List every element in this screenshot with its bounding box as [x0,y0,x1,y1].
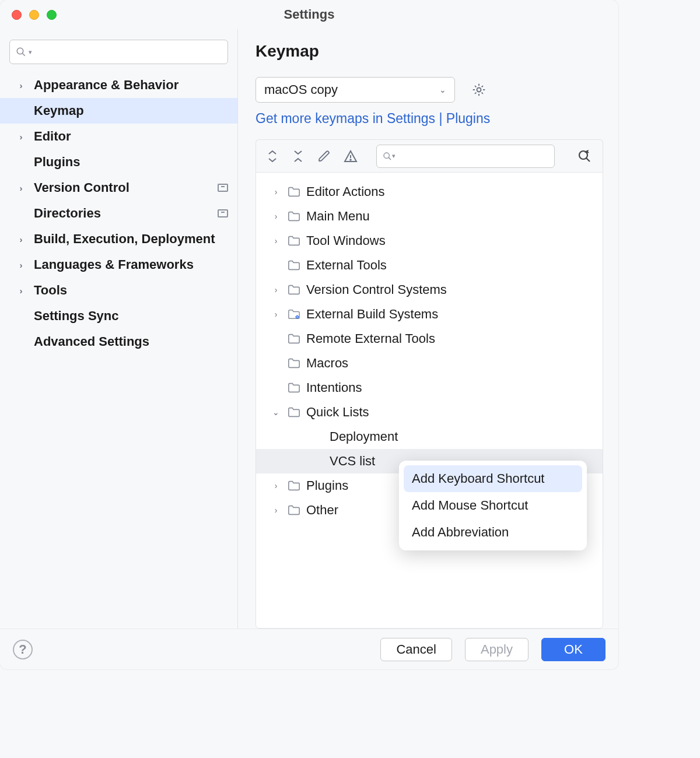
gear-icon[interactable] [471,82,487,97]
context-menu-item-add-abbreviation[interactable]: Add Abbreviation [404,519,582,546]
tree-item-version-control-systems[interactable]: ›Version Control Systems [256,278,603,302]
folder-icon [288,235,300,247]
tree-item-quick-lists[interactable]: ⌄Quick Lists [256,400,603,424]
tree-item-deployment[interactable]: Deployment [256,424,603,449]
chevron-right-icon: › [14,183,28,193]
tree-item-remote-external-tools[interactable]: Remote External Tools [256,327,603,351]
svg-point-2 [477,88,481,92]
tree-item-label: Plugins [306,478,348,493]
tree-item-external-build-systems[interactable]: ›External Build Systems [256,302,603,327]
folder-icon [288,382,300,394]
nav-item-build-execution-deployment[interactable]: ›Build, Execution, Deployment [0,226,237,252]
edit-icon[interactable] [318,150,333,163]
nav-item-keymap[interactable]: Keymap [0,98,237,124]
actions-toolbar: ▾ [256,139,603,172]
help-button[interactable]: ? [13,640,33,659]
minimize-window-button[interactable] [29,10,39,20]
chevron-right-icon: › [14,234,28,244]
context-menu: Add Keyboard ShortcutAdd Mouse ShortcutA… [399,461,587,550]
cancel-button[interactable]: Cancel [380,638,452,661]
tree-item-intentions[interactable]: Intentions [256,376,603,400]
chevron-right-icon: › [270,187,282,196]
chevron-right-icon: › [270,310,282,319]
nav-item-label: Languages & Frameworks [34,257,228,272]
nav-item-settings-sync[interactable]: Settings Sync [0,303,237,329]
context-menu-item-add-keyboard-shortcut[interactable]: Add Keyboard Shortcut [404,465,582,492]
apply-button[interactable]: Apply [465,638,528,661]
tree-item-label: Deployment [330,429,398,444]
settings-window: Settings ▾ ›Appearance & BehaviorKeymap›… [0,0,618,669]
folder-icon [288,333,300,345]
tree-item-external-tools[interactable]: External Tools [256,253,603,278]
window-controls [0,10,57,20]
collapse-all-icon[interactable] [292,149,307,164]
svg-point-5 [384,153,389,158]
nav-item-label: Keymap [34,103,228,118]
ok-button[interactable]: OK [541,638,606,661]
tree-item-tool-windows[interactable]: ›Tool Windows [256,229,603,253]
chevron-down-icon: ⌄ [270,408,282,417]
nav-item-editor[interactable]: ›Editor [0,124,237,149]
warning-icon[interactable] [344,150,359,163]
dialog-footer: ? Cancel Apply OK [0,629,618,669]
get-more-keymaps-link[interactable]: Get more keymaps in Settings | Plugins [256,111,603,127]
tree-item-label: Quick Lists [306,405,369,420]
nav-item-tools[interactable]: ›Tools [0,278,237,303]
svg-line-8 [586,158,590,162]
tree-item-macros[interactable]: Macros [256,351,603,376]
chevron-right-icon: › [14,260,28,270]
tree-item-label: External Build Systems [306,307,438,322]
tree-item-label: Tool Windows [306,233,386,248]
tree-item-label: Remote External Tools [306,331,435,346]
find-by-shortcut-icon[interactable] [577,149,592,164]
actions-search-input[interactable] [398,150,548,162]
settings-search[interactable]: ▾ [9,40,228,64]
settings-search-input[interactable] [36,45,222,59]
nav-item-label: Plugins [34,155,228,170]
keymap-select[interactable]: macOS copy ⌄ [256,77,455,103]
tree-item-label: VCS list [330,454,375,469]
chevron-right-icon: › [270,212,282,221]
chevron-right-icon: › [14,80,28,90]
nav-item-label: Settings Sync [34,308,228,324]
chevron-down-icon: ⌄ [439,85,446,94]
zoom-window-button[interactable] [47,10,57,20]
tree-item-main-menu[interactable]: ›Main Menu [256,204,603,229]
tree-item-label: Version Control Systems [306,282,447,297]
svg-point-9 [296,316,299,318]
keymap-selected-value: macOS copy [264,82,338,97]
close-window-button[interactable] [12,10,22,20]
sidebar: ▾ ›Appearance & BehaviorKeymap›EditorPlu… [0,29,238,629]
folder-icon [288,210,300,222]
folder-icon [288,504,300,516]
tree-item-label: Intentions [306,380,362,395]
chevron-right-icon: › [14,286,28,296]
chevron-right-icon: › [270,285,282,294]
tree-item-label: Main Menu [306,209,370,224]
folder-gear-icon [288,308,300,320]
page-title: Keymap [256,42,603,61]
scope-badge-icon [218,209,228,217]
search-icon [16,47,26,57]
nav-item-appearance-behavior[interactable]: ›Appearance & Behavior [0,72,237,98]
expand-all-icon[interactable] [267,149,282,164]
nav-item-version-control[interactable]: ›Version Control [0,175,237,201]
window-title: Settings [0,7,618,22]
nav-item-languages-frameworks[interactable]: ›Languages & Frameworks [0,252,237,278]
folder-icon [288,259,300,271]
chevron-right-icon: › [270,236,282,245]
context-menu-item-add-mouse-shortcut[interactable]: Add Mouse Shortcut [404,492,582,519]
tree-item-label: External Tools [306,258,387,273]
nav-item-advanced-settings[interactable]: Advanced Settings [0,329,237,355]
nav-item-plugins[interactable]: Plugins [0,149,237,175]
tree-item-label: Other [306,503,338,518]
nav-item-label: Version Control [34,180,212,195]
svg-point-0 [17,48,23,54]
nav-item-directories[interactable]: Directories [0,201,237,226]
actions-search[interactable]: ▾ [376,145,555,168]
tree-item-editor-actions[interactable]: ›Editor Actions [256,180,603,204]
nav-item-label: Advanced Settings [34,334,228,349]
nav-item-label: Directories [34,206,212,221]
folder-icon [288,357,300,369]
svg-point-4 [350,159,351,160]
